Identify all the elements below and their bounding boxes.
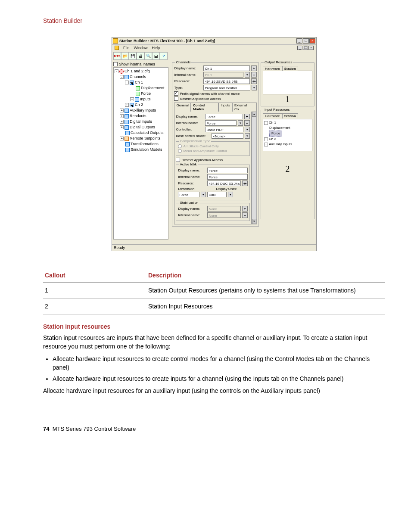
units-select[interactable]: DaN — [207, 192, 227, 197]
internal-name-label: Internal name: — [174, 73, 202, 77]
add-button[interactable]: + — [244, 114, 250, 119]
input-resources-tree[interactable]: -Ch 1 Displacement Force +Ch 2 +Auxiliar… — [263, 119, 312, 151]
tab-hardware[interactable]: Hardware — [263, 113, 282, 118]
dropdown-icon[interactable]: ▾ — [201, 192, 206, 197]
tree-dout[interactable]: Digital Outputs — [130, 124, 155, 130]
af-resource-input[interactable]: 494.16 DUC S3-J4a — [207, 180, 241, 186]
resource-input[interactable]: 494.16 2SVD S3-J4B — [203, 78, 250, 84]
tree-remote[interactable]: Remote Setpoints — [130, 136, 161, 141]
tab-station[interactable]: Station — [282, 66, 298, 71]
expand-icon[interactable]: + — [130, 97, 134, 101]
tab-station[interactable]: Station — [282, 113, 298, 118]
restrict-checkbox[interactable] — [174, 96, 178, 101]
dropdown-icon[interactable]: ▾ — [245, 127, 250, 132]
tree-readouts[interactable]: Readouts — [130, 113, 146, 119]
expand-icon[interactable]: + — [120, 125, 124, 129]
ir-ch2[interactable]: Ch 2 — [269, 137, 276, 142]
af-display-input[interactable]: Force — [207, 168, 248, 173]
print-button[interactable]: 🖨 — [137, 52, 144, 60]
show-internal-checkbox[interactable] — [113, 62, 118, 66]
tab-inputs[interactable]: Inputs — [218, 103, 232, 112]
expand-icon[interactable]: + — [125, 103, 129, 107]
tree-sim[interactable]: Simulation Models — [131, 147, 162, 152]
ir-ch1[interactable]: Ch 1 — [269, 120, 276, 125]
prefix-checkbox[interactable]: ✓ — [174, 91, 178, 96]
expand-icon[interactable]: + — [264, 143, 268, 146]
mdi-minimize-button[interactable]: _ — [297, 46, 302, 50]
expand-icon[interactable]: - — [125, 81, 129, 84]
page-number: 74 — [43, 426, 49, 432]
preview-button[interactable]: 🔍 — [144, 52, 152, 60]
restrict2-checkbox[interactable] — [176, 158, 180, 162]
expand-icon[interactable]: + — [120, 137, 124, 140]
open-button[interactable]: 📂 — [121, 52, 129, 60]
screenshot-window: Station Builder : MTS FlexTest 100 - [Ch… — [112, 37, 317, 251]
stab-internal-input[interactable]: None — [207, 212, 241, 218]
maximize-button[interactable]: □ — [303, 38, 309, 44]
scroll-down-icon[interactable]: ▾ — [252, 219, 256, 224]
arrange-button[interactable]: ⬓ — [152, 52, 160, 60]
controller-select[interactable]: Basic PIDF — [205, 127, 243, 132]
save-button[interactable]: 💾 — [129, 52, 137, 60]
tree-ch1[interactable]: Ch 1 — [135, 80, 143, 85]
type-select[interactable]: Program and Control — [203, 85, 250, 90]
dropdown-icon[interactable]: ▾ — [228, 192, 233, 197]
scroll-up-icon[interactable]: ▴ — [252, 112, 256, 117]
dropdown-icon[interactable]: ▾ — [238, 120, 243, 126]
tree-trans[interactable]: Transformations — [131, 141, 159, 147]
mts-logo-button[interactable]: MTS — [113, 52, 121, 60]
mdi-restore-button[interactable]: ❐ — [303, 46, 308, 50]
tree-inputs[interactable]: Inputs — [140, 96, 151, 102]
expand-icon[interactable]: + — [120, 109, 124, 112]
remove-button[interactable]: − — [251, 72, 257, 78]
expand-icon[interactable]: + — [120, 120, 124, 124]
tab-hardware[interactable]: Hardware — [263, 66, 282, 71]
base-mode-select[interactable]: <None> — [212, 133, 243, 139]
browse-button[interactable]: ⇔ — [242, 180, 248, 186]
tree-ch2[interactable]: Ch 2 — [135, 102, 143, 108]
tree-root[interactable]: Ch 1 and 2.cfg — [125, 68, 150, 74]
internal-name-select[interactable]: Ch 1 — [203, 72, 243, 78]
ir-force[interactable]: Force — [269, 131, 282, 137]
expand-icon[interactable]: - — [120, 75, 124, 79]
tab-general[interactable]: General — [174, 103, 190, 112]
expand-icon[interactable]: + — [264, 137, 268, 141]
expand-icon[interactable]: + — [120, 114, 124, 118]
af-internal-input[interactable]: Force — [207, 174, 248, 180]
browse-button[interactable]: ⇔ — [251, 78, 257, 84]
add-button[interactable]: + — [242, 206, 248, 212]
mdi-close-button[interactable]: × — [308, 46, 314, 50]
remove-button[interactable]: − — [242, 212, 248, 218]
ir-disp[interactable]: Displacement — [269, 125, 290, 131]
tree-aux[interactable]: Auxiliary Inputs — [130, 108, 156, 113]
ir-aux[interactable]: Auxiliary Inputs — [269, 142, 292, 147]
minimize-button[interactable]: _ — [296, 38, 302, 44]
tree-calc[interactable]: Calculated Outputs — [131, 130, 164, 136]
dropdown-icon[interactable]: ▾ — [245, 72, 250, 78]
remove-button[interactable]: − — [244, 120, 250, 126]
tab-external[interactable]: External Co... — [232, 103, 257, 112]
tree-channels[interactable]: Channels — [130, 74, 146, 80]
display-name-input[interactable]: Ch 1 — [203, 65, 250, 71]
tree-force[interactable]: Force — [141, 91, 151, 96]
tree-displacement[interactable]: Displacement — [141, 85, 165, 91]
dropdown-icon[interactable]: ▾ — [245, 133, 250, 139]
menu-help[interactable]: Help — [152, 46, 160, 50]
mean-amp-radio — [178, 149, 182, 153]
expand-icon[interactable]: - — [264, 121, 268, 125]
dimension-select[interactable]: Force — [178, 192, 199, 197]
stab-display-input[interactable]: None — [207, 206, 241, 212]
dropdown-icon[interactable]: ▾ — [252, 85, 257, 90]
scrollbar[interactable]: ▴ ▾ — [252, 111, 257, 224]
menu-window[interactable]: Window — [134, 46, 148, 50]
station-tree[interactable]: -Ch 1 and 2.cfg -Channels -◥Ch 1 Displac… — [113, 67, 168, 240]
cm-display-input[interactable]: Force — [205, 114, 243, 119]
tab-control-modes[interactable]: Control Modes — [191, 103, 218, 112]
close-button[interactable]: × — [309, 38, 315, 44]
add-button[interactable]: + — [251, 65, 257, 71]
expand-icon[interactable]: - — [115, 69, 118, 73]
cm-internal-select[interactable]: Force — [205, 120, 237, 126]
help-button[interactable]: ? — [160, 52, 168, 60]
tree-din[interactable]: Digital Inputs — [130, 119, 152, 124]
menu-file[interactable]: File — [123, 46, 130, 50]
